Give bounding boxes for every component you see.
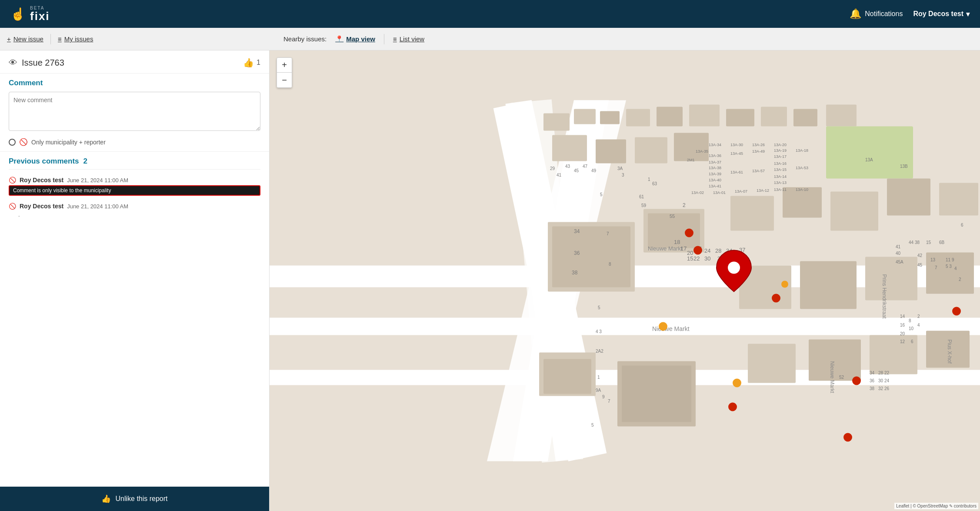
comment-section: Comment 🚫 Only municipality + reporter (0, 73, 269, 152)
unlike-label: Unlike this report (115, 495, 167, 503)
svg-text:13A-57: 13A-57 (752, 169, 765, 173)
svg-text:24: 24 (704, 247, 710, 254)
svg-text:13A-39: 13A-39 (709, 172, 721, 176)
svg-rect-43 (870, 335, 917, 374)
svg-rect-12 (626, 109, 650, 127)
svg-text:2: 2 (917, 314, 920, 319)
svg-text:29: 29 (550, 166, 555, 171)
svg-text:41: 41 (557, 173, 562, 177)
svg-rect-33 (783, 187, 822, 218)
svg-text:2A2: 2A2 (596, 349, 603, 354)
app-header: ☝ BETA fixi 🔔 Notifications Roy Decos te… (0, 0, 980, 28)
comment-section-label: Comment (9, 79, 260, 87)
svg-text:15: 15 (687, 255, 693, 262)
svg-point-154 (685, 229, 693, 237)
svg-rect-14 (689, 105, 720, 127)
zoom-in-button[interactable]: + (277, 58, 292, 73)
svg-text:41: 41 (896, 244, 901, 249)
comment-visibility-badge: Comment is only visible to the municipal… (9, 185, 260, 196)
svg-text:13A-35: 13A-35 (696, 149, 708, 154)
visibility-row: 🚫 Only municipality + reporter (9, 138, 260, 146)
svg-rect-38 (800, 261, 857, 309)
svg-text:15: 15 (926, 240, 931, 245)
user-menu-button[interactable]: Roy Decos test ▾ (913, 10, 970, 18)
svg-text:7: 7 (608, 399, 610, 404)
map-container[interactable]: Nieuwe Markt Nieuwe Markt Prins Hendriks… (270, 50, 980, 511)
svg-rect-36 (939, 183, 978, 216)
svg-text:13A-02: 13A-02 (691, 190, 704, 195)
svg-text:61: 61 (639, 194, 644, 199)
zoom-out-button[interactable]: − (277, 73, 292, 87)
comment-author-2: Roy Decos test (20, 203, 63, 210)
svg-text:43: 43 (565, 164, 570, 169)
svg-text:Nieuwe Markt: Nieuwe Markt (648, 245, 683, 252)
divider (50, 34, 51, 44)
list-view-label: List view (400, 35, 425, 43)
like-count: 1 (257, 59, 260, 67)
comment-date-2: June 21, 2024 11:00 AM (67, 203, 128, 210)
unlike-icon: 👍 (101, 494, 111, 504)
svg-text:28 22: 28 22 (878, 371, 889, 375)
map-view-button[interactable]: 📍 Map view (335, 35, 375, 43)
list-icon: ≡ (58, 35, 62, 43)
svg-text:17: 17 (680, 245, 687, 252)
visibility-radio[interactable] (9, 139, 16, 146)
svg-text:1: 1 (597, 375, 600, 380)
header-right: 🔔 Notifications Roy Decos test ▾ (850, 8, 970, 20)
svg-rect-17 (793, 109, 817, 127)
svg-rect-41 (748, 344, 796, 383)
svg-text:5 3: 5 3 (946, 264, 952, 269)
svg-text:13A-30: 13A-30 (730, 143, 743, 147)
svg-text:13A-20: 13A-20 (774, 143, 787, 147)
svg-text:16: 16 (900, 323, 905, 327)
like-section: 👍 1 (243, 57, 260, 68)
svg-text:38: 38 (870, 386, 875, 391)
notifications-label: Notifications (865, 10, 903, 18)
svg-text:13A-10: 13A-10 (796, 187, 808, 192)
svg-text:40: 40 (896, 251, 901, 256)
svg-text:13A-12: 13A-12 (757, 188, 769, 193)
svg-rect-29 (543, 359, 591, 394)
svg-rect-27 (674, 133, 709, 161)
svg-text:2: 2 (683, 202, 686, 208)
svg-text:38: 38 (572, 270, 578, 276)
svg-text:13A-34: 13A-34 (709, 143, 721, 147)
svg-text:9A: 9A (596, 388, 601, 393)
list-view-button[interactable]: ≡ List view (393, 35, 424, 43)
svg-text:Nieuwe Markt: Nieuwe Markt (829, 361, 835, 394)
map-svg: Nieuwe Markt Nieuwe Markt Prins Hendriks… (270, 50, 980, 511)
left-panel: 👁 Issue 2763 👍 1 Comment 🚫 Only municipa… (0, 50, 270, 511)
svg-text:13A-17: 13A-17 (774, 154, 787, 159)
svg-text:13B: 13B (900, 164, 908, 169)
svg-rect-13 (657, 107, 683, 127)
comment-meta-2: 🚫 Roy Decos test June 21, 2024 11:00 AM (9, 203, 260, 210)
chevron-down-icon: ▾ (966, 10, 970, 18)
svg-text:13A-01: 13A-01 (713, 190, 726, 195)
plus-icon: + (7, 35, 11, 43)
map-view-label: Map view (346, 35, 375, 43)
comment-input[interactable] (9, 92, 260, 131)
svg-text:8: 8 (609, 262, 611, 267)
my-issues-label: My issues (64, 35, 93, 43)
svg-text:6: 6 (961, 223, 963, 227)
new-issue-button[interactable]: + New issue (7, 35, 43, 43)
eye-icon: 👁 (9, 58, 17, 68)
svg-text:34: 34 (870, 371, 875, 375)
visibility-icon: 🚫 (19, 138, 28, 146)
svg-text:13A-16: 13A-16 (774, 161, 787, 166)
notifications-button[interactable]: 🔔 Notifications (850, 8, 903, 20)
map-controls: + − (277, 57, 292, 88)
svg-text:42: 42 (917, 253, 923, 258)
svg-text:55: 55 (670, 214, 675, 219)
svg-rect-32 (730, 196, 774, 231)
subheader-right: Nearby issues: 📍 Map view ≡ List view (277, 34, 973, 44)
unlike-button[interactable]: 👍 Unlike this report (0, 487, 269, 511)
svg-text:18: 18 (674, 239, 680, 245)
svg-text:45A: 45A (896, 260, 903, 264)
svg-text:59: 59 (641, 203, 647, 208)
svg-text:3A: 3A (617, 166, 623, 171)
svg-text:3: 3 (622, 173, 624, 177)
svg-text:13A-26: 13A-26 (752, 143, 765, 147)
svg-rect-15 (726, 109, 754, 127)
my-issues-button[interactable]: ≡ My issues (58, 35, 93, 43)
